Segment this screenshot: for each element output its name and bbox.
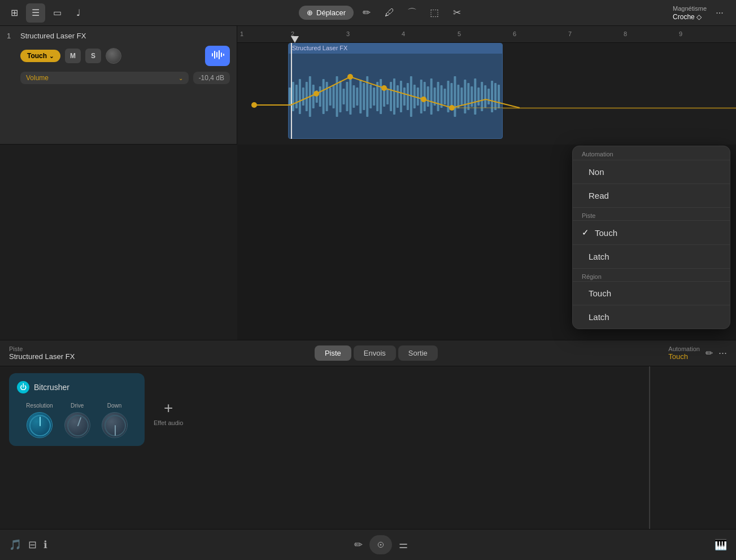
bottom-bar-right: 🎹 xyxy=(715,539,727,551)
library-button[interactable]: 🎵 xyxy=(9,539,21,551)
svg-rect-20 xyxy=(336,76,338,117)
dropdown-touch-piste-item[interactable]: Touch xyxy=(573,220,730,244)
automation-badge: Automation xyxy=(668,345,700,352)
track-name: Structured Laser FX xyxy=(20,32,86,40)
svg-rect-39 xyxy=(400,81,402,112)
add-effect-button[interactable]: + xyxy=(164,399,173,417)
svg-rect-11 xyxy=(306,82,308,111)
dropdown-touch-region-item[interactable]: Touch xyxy=(573,281,730,305)
piano-roll-button[interactable]: 🎹 xyxy=(715,539,727,551)
bottom-section: Piste Structured Laser FX Piste Envois S… xyxy=(0,340,736,560)
tab-envois[interactable]: Envois xyxy=(354,345,396,361)
grid-icon-button[interactable]: ⊞ xyxy=(5,3,24,23)
svg-rect-16 xyxy=(323,79,325,114)
tab-piste[interactable]: Piste xyxy=(315,345,351,361)
dropdown-latch-piste-item[interactable]: Latch xyxy=(573,244,730,268)
pencil-tool-button[interactable]: ✏ xyxy=(357,3,376,23)
plugin-header: ⏻ Bitcrusher xyxy=(17,381,137,393)
edit-pencil-button[interactable]: ✏ xyxy=(705,348,713,358)
svg-rect-33 xyxy=(380,79,382,114)
info-button[interactable]: ℹ xyxy=(43,539,47,551)
svg-point-69 xyxy=(251,102,257,108)
bottom-tabs: Piste Envois Sortie xyxy=(315,345,438,361)
svg-rect-1 xyxy=(214,51,215,59)
bottom-track-info: Piste Structured Laser FX xyxy=(9,345,75,361)
bottom-bar-center: ✏ ⚌ xyxy=(47,535,715,554)
svg-rect-52 xyxy=(444,89,446,104)
pen-tool-button[interactable]: 🖊 xyxy=(380,3,399,23)
key-icon-button[interactable]: ♩ xyxy=(69,3,88,23)
automation-select[interactable]: Volume ⌄ xyxy=(20,72,189,84)
marquee-tool-button[interactable]: ⬚ xyxy=(425,3,444,23)
svg-rect-21 xyxy=(339,81,342,112)
toolbar-left: ⊞ ☰ ▭ ♩ xyxy=(0,3,93,23)
resolution-knob-indicator xyxy=(27,413,53,439)
dropdown-read-item[interactable]: Read xyxy=(573,183,730,207)
smart-controls-button[interactable] xyxy=(369,535,392,554)
more-options-button[interactable]: ··· xyxy=(710,3,729,23)
list-icon-button[interactable]: ☰ xyxy=(26,3,45,23)
pencil-bottom-button[interactable]: ✏ xyxy=(354,539,363,551)
svg-rect-37 xyxy=(393,78,395,115)
resolution-label: Resolution xyxy=(26,403,53,409)
svg-rect-64 xyxy=(484,85,486,108)
ruler-mark-5: 5 xyxy=(458,30,461,37)
curve-tool-button[interactable]: ⌒ xyxy=(402,3,421,23)
waveform-button[interactable] xyxy=(205,46,230,66)
plugin-power-button[interactable]: ⏻ xyxy=(17,381,29,393)
drive-knob[interactable] xyxy=(64,412,90,438)
svg-rect-41 xyxy=(407,83,409,110)
svg-rect-10 xyxy=(302,88,304,106)
tab-sortie[interactable]: Sortie xyxy=(398,345,438,361)
ruler-mark-3: 3 xyxy=(346,30,350,37)
svg-rect-65 xyxy=(487,89,490,104)
track-controls-row: Touch ⌄ M S xyxy=(20,46,230,66)
more-options-bottom-button[interactable]: ··· xyxy=(718,347,727,359)
svg-rect-30 xyxy=(369,85,372,108)
svg-rect-27 xyxy=(359,80,362,113)
svg-point-83 xyxy=(380,544,382,546)
mute-button[interactable]: M xyxy=(65,49,81,63)
ruler-mark-8: 8 xyxy=(624,30,627,37)
window-icon-button[interactable]: ▭ xyxy=(47,3,67,23)
bitcrusher-plugin-card[interactable]: ⏻ Bitcrusher Resolution Drive xyxy=(9,373,145,446)
add-effect-label: Effet audio xyxy=(154,419,183,426)
automation-dropdown-menu: Automation Non Read Piste Touch Latch Ré… xyxy=(572,146,730,329)
svg-rect-24 xyxy=(349,78,351,115)
svg-rect-3 xyxy=(219,50,220,59)
svg-rect-47 xyxy=(427,86,429,107)
svg-rect-14 xyxy=(316,90,318,103)
svg-rect-51 xyxy=(441,85,443,108)
svg-rect-28 xyxy=(363,83,365,110)
track-view-button[interactable]: ⊟ xyxy=(28,539,37,551)
track-number: 1 xyxy=(7,32,16,40)
svg-rect-29 xyxy=(366,76,368,117)
automation-extend xyxy=(503,108,736,109)
svg-rect-60 xyxy=(471,86,473,107)
dropdown-latch-region-item[interactable]: Latch xyxy=(573,305,730,329)
track-header: 1 Structured Laser FX Touch ⌄ M S xyxy=(0,26,237,145)
plugin-area: ⏻ Bitcrusher Resolution Drive xyxy=(0,366,736,453)
down-knob-group: Down xyxy=(102,403,128,438)
arrange-area: 1 2 3 4 5 6 7 8 9 Structured Laser FX xyxy=(237,26,736,145)
resolution-knob[interactable] xyxy=(27,412,53,438)
down-knob[interactable] xyxy=(102,412,128,438)
solo-button[interactable]: S xyxy=(85,49,101,63)
touch-mode-button[interactable]: Touch ⌄ xyxy=(20,50,60,62)
svg-rect-48 xyxy=(430,78,433,115)
svg-rect-23 xyxy=(346,82,348,111)
waveform-icon xyxy=(211,49,224,60)
svg-rect-56 xyxy=(457,85,459,108)
ruler-mark-6: 6 xyxy=(513,30,516,37)
ruler-mark-9: 9 xyxy=(679,30,682,37)
dropdown-non-item[interactable]: Non xyxy=(573,160,730,183)
bottom-header: Piste Structured Laser FX Piste Envois S… xyxy=(0,340,736,366)
equalizer-button[interactable]: ⚌ xyxy=(399,539,408,551)
dropdown-region-label: Région xyxy=(573,268,730,281)
move-button[interactable]: ⊕ Déplacer xyxy=(299,6,354,20)
svg-rect-63 xyxy=(481,82,483,111)
audio-region[interactable]: Structured Laser FX xyxy=(288,43,503,139)
scissors-tool-button[interactable]: ✂ xyxy=(447,3,467,23)
volume-knob[interactable] xyxy=(106,48,121,64)
svg-rect-2 xyxy=(216,52,217,58)
